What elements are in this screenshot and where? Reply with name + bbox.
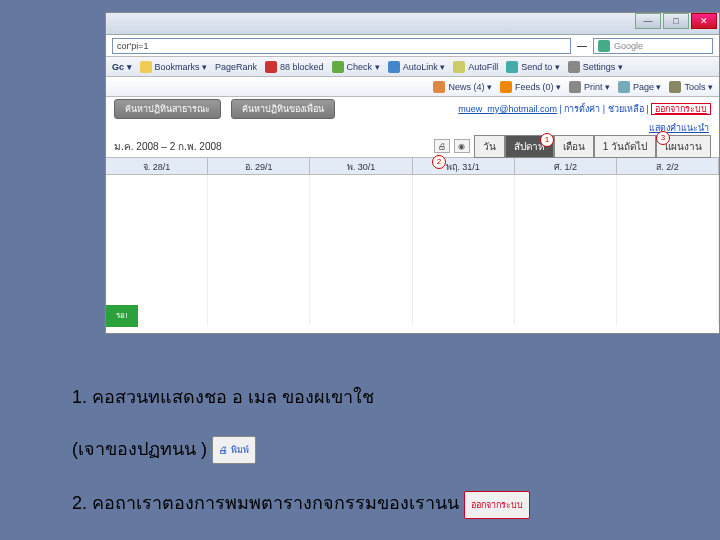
day-header: พ. 30/1 xyxy=(310,158,412,174)
restore-button[interactable]: □ xyxy=(663,13,689,29)
minimize-button[interactable]: — xyxy=(635,13,661,29)
settings-link[interactable]: การตั้งค่า xyxy=(564,104,600,114)
check-icon xyxy=(332,61,344,73)
help-link[interactable]: ช่วยเหลือ xyxy=(608,104,644,114)
settings-menu[interactable]: Settings ▾ xyxy=(568,61,623,73)
day-header: ศ. 1/2 xyxy=(515,158,617,174)
print-icon xyxy=(569,81,581,93)
calendar-grid[interactable] xyxy=(106,175,719,325)
close-button[interactable]: ✕ xyxy=(691,13,717,29)
day-header: พฤ. 31/1 xyxy=(413,158,515,174)
exp-line1: 1. คอสวนทแสดงชอ อ เมล ของผเขาใช xyxy=(72,387,374,407)
tools-icon xyxy=(669,81,681,93)
day-header: อ. 29/1 xyxy=(208,158,310,174)
print-menu[interactable]: Print ▾ xyxy=(569,81,610,93)
blocked-button[interactable]: 88 blocked xyxy=(265,61,324,73)
view-month[interactable]: เดือน xyxy=(554,135,594,158)
window-titlebar: — □ ✕ xyxy=(106,13,719,35)
week-day-header: จ. 28/1 อ. 29/1 พ. 30/1 พฤ. 31/1 ศ. 1/2 … xyxy=(106,157,719,175)
autofill-icon xyxy=(453,61,465,73)
sendto-menu[interactable]: Send to ▾ xyxy=(506,61,560,73)
sidebar-tag: รอ! xyxy=(106,305,138,327)
bookmarks-menu[interactable]: Bookmarks ▾ xyxy=(140,61,208,73)
annotation-2-circle: 2 xyxy=(432,155,446,169)
google-toolbar: Gc ▾ Bookmarks ▾ PageRank 88 blocked Che… xyxy=(106,57,719,77)
day-header: จ. 28/1 xyxy=(106,158,208,174)
browser-subtoolbar: News (4) ▾ Feeds (0) ▾ Print ▾ Page ▾ To… xyxy=(106,77,719,97)
autofill-button[interactable]: AutoFill xyxy=(453,61,498,73)
search-public-button[interactable]: ค้นหาปฏิทินสาธารณะ xyxy=(114,99,221,119)
url-collapse: — xyxy=(577,40,587,51)
calendar-date-row: ม.ค. 2008 – 2 ก.พ. 2008 🖨 ◉ วัน สัปดาห์ … xyxy=(106,135,719,157)
link-icon xyxy=(388,61,400,73)
annotation-3-circle: 3 xyxy=(656,131,670,145)
date-range-label: ม.ค. 2008 – 2 ก.พ. 2008 xyxy=(114,139,222,154)
feed-icon xyxy=(500,81,512,93)
user-email: muew_my@hotmail.com xyxy=(458,104,557,114)
inline-logout-button: ออกจากระบบ xyxy=(464,491,530,519)
pagerank-button[interactable]: PageRank xyxy=(215,62,257,72)
calendar-app: ค้นหาปฏิทินสาธารณะ ค้นหาปฏิทินของเพื่อน … xyxy=(106,97,719,325)
url-toolbar: cor'pi=1 — Google xyxy=(106,35,719,57)
view-ndays[interactable]: 1 วันถัดไป xyxy=(594,135,656,158)
exp-line3: 2. คอถาเราตองการพมพตารางกจกรรมของเรานน xyxy=(72,493,464,513)
tools-menu[interactable]: Tools ▾ xyxy=(669,81,713,93)
search-input[interactable]: Google xyxy=(593,38,713,54)
logout-link[interactable]: ออกจากระบบ xyxy=(651,103,711,115)
print-calendar-button[interactable]: 🖨 xyxy=(434,139,450,153)
gear-icon xyxy=(568,61,580,73)
block-icon xyxy=(265,61,277,73)
check-menu[interactable]: Check ▾ xyxy=(332,61,380,73)
search-placeholder: Google xyxy=(614,41,643,51)
google-icon xyxy=(598,40,610,52)
header-right-links: muew_my@hotmail.com | การตั้งค่า | ช่วยเ… xyxy=(458,102,711,116)
home-icon xyxy=(433,81,445,93)
url-text: cor'pi=1 xyxy=(117,41,149,51)
feeds-menu[interactable]: Feeds (0) ▾ xyxy=(500,81,561,93)
gc-label: Gc ▾ xyxy=(112,62,132,72)
calendar-header: ค้นหาปฏิทินสาธารณะ ค้นหาปฏิทินของเพื่อน … xyxy=(106,97,719,121)
annotation-1-circle: 1 xyxy=(540,133,554,147)
autolink-menu[interactable]: AutoLink ▾ xyxy=(388,61,446,73)
today-button[interactable]: ◉ xyxy=(454,139,470,153)
exp-line2: (เจาของปฏทนน ) xyxy=(72,439,212,459)
calendar-screenshot: — □ ✕ cor'pi=1 — Google Gc ▾ Bookmarks ▾… xyxy=(105,12,720,334)
page-icon xyxy=(618,81,630,93)
url-input[interactable]: cor'pi=1 xyxy=(112,38,571,54)
star-icon xyxy=(140,61,152,73)
news-menu[interactable]: News (4) ▾ xyxy=(433,81,492,93)
send-icon xyxy=(506,61,518,73)
explanation-text: 1. คอสวนทแสดงชอ อ เมล ของผเขาใช (เจาของป… xyxy=(72,358,672,540)
inline-print-button: 🖨 พิมพ์ xyxy=(212,436,256,464)
view-day[interactable]: วัน xyxy=(474,135,505,158)
search-friend-button[interactable]: ค้นหาปฏิทินของเพื่อน xyxy=(231,99,335,119)
page-menu[interactable]: Page ▾ xyxy=(618,81,662,93)
day-header: ส. 2/2 xyxy=(617,158,719,174)
